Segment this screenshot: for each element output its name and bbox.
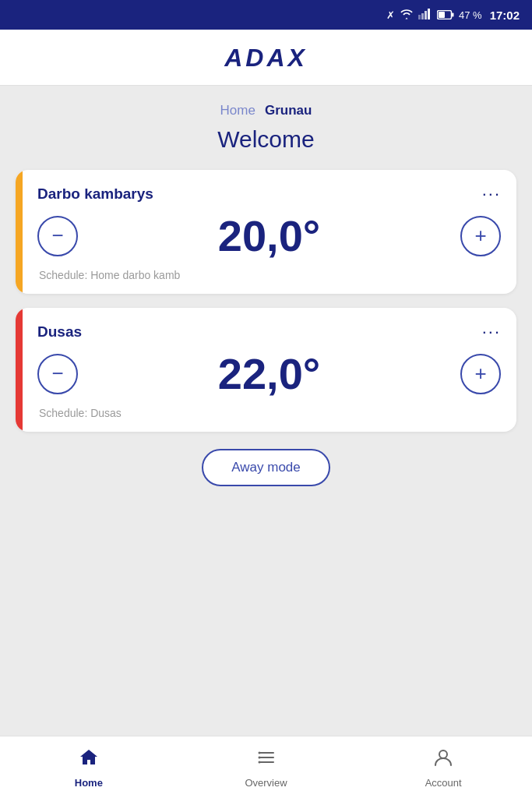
card-color-bar-darbo (16, 170, 23, 294)
card-controls-dusas: − 22,0° + (31, 348, 501, 399)
app-header: ADAX (0, 30, 532, 86)
status-bar: ✗ 47 % 17:02 (0, 0, 532, 30)
nav-label-account: Account (425, 777, 462, 789)
minus-icon-darbo: − (51, 224, 63, 248)
nav-item-account[interactable]: Account (354, 747, 532, 789)
battery-icon (437, 10, 454, 19)
main-content: Home Grunau Welcome Darbo kambarys ··· −… (0, 86, 532, 736)
minus-icon-dusas: − (51, 362, 63, 386)
svg-point-11 (258, 756, 260, 758)
svg-rect-2 (425, 11, 427, 19)
card-header-dusas: Dusas ··· (31, 322, 501, 342)
temp-display-darbo: 20,0° (78, 210, 460, 261)
temp-decrease-dusas[interactable]: − (37, 354, 78, 394)
battery-percent: 47 % (459, 9, 482, 21)
account-icon (432, 747, 454, 774)
schedule-dusas: Schedule: Dusas (31, 407, 501, 419)
breadcrumb-current[interactable]: Grunau (265, 103, 312, 118)
breadcrumb-home[interactable]: Home (220, 103, 255, 118)
welcome-title: Welcome (217, 126, 314, 153)
svg-point-12 (258, 761, 260, 763)
temp-display-dusas: 22,0° (78, 348, 460, 399)
svg-rect-0 (418, 15, 421, 19)
svg-rect-1 (421, 13, 424, 19)
signal-icon (418, 9, 432, 22)
status-icons: ✗ 47 % 17:02 (386, 9, 520, 22)
nav-item-home[interactable]: Home (0, 747, 178, 789)
device-name-darbo: Darbo kambarys (37, 185, 153, 203)
plus-icon-dusas: + (474, 362, 486, 386)
status-time: 17:02 (490, 9, 520, 22)
app-logo: ADAX (224, 44, 308, 72)
temp-increase-dusas[interactable]: + (460, 354, 501, 394)
temp-decrease-darbo[interactable]: − (37, 216, 78, 256)
overview-icon (255, 747, 277, 774)
away-mode-button[interactable]: Away mode (202, 449, 330, 486)
schedule-darbo: Schedule: Home darbo kamb (31, 269, 501, 281)
svg-rect-5 (439, 12, 445, 18)
svg-point-13 (439, 750, 447, 758)
device-menu-dusas[interactable]: ··· (482, 322, 501, 342)
device-menu-darbo[interactable]: ··· (482, 184, 501, 204)
device-card-dusas: Dusas ··· − 22,0° + Schedule: Dusas (16, 308, 516, 432)
svg-rect-6 (452, 13, 454, 17)
card-controls-darbo: − 20,0° + (31, 210, 501, 261)
bluetooth-icon: ✗ (386, 9, 395, 21)
card-header-darbo: Darbo kambarys ··· (31, 184, 501, 204)
plus-icon-darbo: + (474, 224, 486, 248)
breadcrumb: Home Grunau (220, 103, 312, 118)
card-color-bar-dusas (16, 308, 23, 432)
home-icon (78, 747, 100, 774)
device-name-dusas: Dusas (37, 323, 82, 341)
nav-label-overview: Overview (245, 777, 287, 789)
svg-rect-3 (428, 9, 430, 19)
svg-point-10 (258, 751, 260, 754)
bottom-nav: Home Overview Account (0, 736, 532, 798)
wifi-icon (400, 9, 414, 22)
device-card-darbo: Darbo kambarys ··· − 20,0° + Schedule: H… (16, 170, 516, 294)
nav-item-overview[interactable]: Overview (178, 747, 355, 789)
nav-label-home: Home (75, 777, 103, 789)
temp-increase-darbo[interactable]: + (460, 216, 501, 256)
